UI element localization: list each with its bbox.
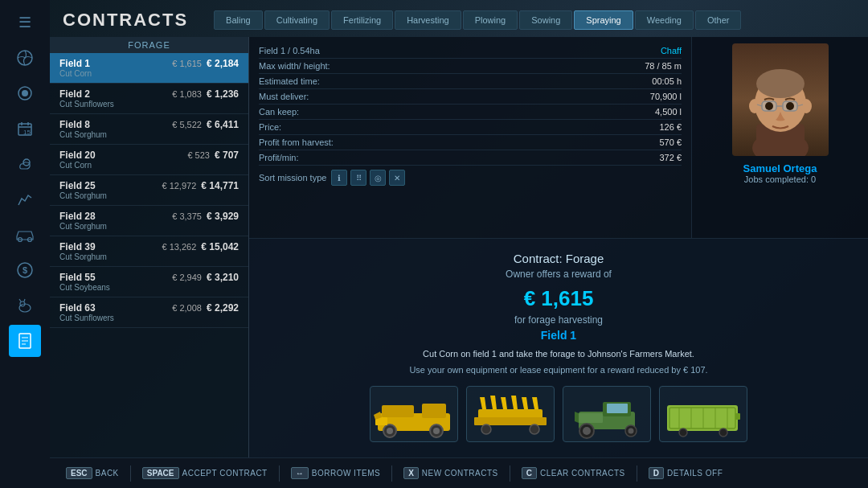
info-row-profit-harvest: Profit from harvest: 570 € bbox=[259, 135, 682, 150]
d-key: D bbox=[649, 467, 664, 479]
equipment-tractor bbox=[563, 386, 651, 442]
tab-plowing[interactable]: Plowing bbox=[463, 10, 518, 30]
sort-icon-filter1[interactable]: ⠿ bbox=[350, 170, 366, 186]
contract-item-field1[interactable]: Field 1 € 1,615 € 2,184 Cut Corn bbox=[50, 53, 248, 84]
sort-icon-filter2[interactable]: ◎ bbox=[370, 170, 386, 186]
back-button[interactable]: ESC BACK bbox=[59, 464, 125, 482]
contract-reward: € 14,771 bbox=[201, 180, 239, 191]
contract-item-field8[interactable]: Field 8 € 5,522 € 6,411 Cut Sorghum bbox=[50, 114, 248, 145]
tab-weeding[interactable]: Weeding bbox=[635, 10, 694, 30]
borrow-key: ↔ bbox=[291, 467, 309, 479]
tab-harvesting[interactable]: Harvesting bbox=[395, 10, 461, 30]
svg-rect-24 bbox=[422, 404, 446, 418]
tab-spraying[interactable]: Spraying bbox=[574, 10, 633, 30]
accept-label: ACCEPT CONTRACT bbox=[182, 469, 268, 478]
sep2 bbox=[279, 465, 280, 482]
profit-harvest-value: 570 € bbox=[659, 137, 682, 147]
borrow-items-button[interactable]: ↔ BORROW ITEMS bbox=[285, 464, 387, 482]
sidebar-icon-farm[interactable] bbox=[9, 77, 41, 109]
accept-contract-button[interactable]: SPACE ACCEPT CONTRACT bbox=[136, 464, 274, 482]
equipment-forage-harvester bbox=[370, 386, 458, 442]
sort-row: Sort mission type ℹ ⠿ ◎ ✕ bbox=[259, 166, 682, 190]
header: CONTRACTS Baling Cultivating Fertilizing… bbox=[50, 0, 868, 37]
details-off-button[interactable]: D DETAILS OFF bbox=[642, 464, 729, 482]
max-width-label: Max width/ height: bbox=[259, 61, 330, 71]
contract-reward: € 3,929 bbox=[207, 211, 239, 222]
contract-reward: € 2,184 bbox=[207, 58, 239, 69]
contracts-list: Field 1 € 1,615 € 2,184 Cut Corn Field 2… bbox=[50, 53, 248, 328]
svg-point-17 bbox=[800, 99, 812, 113]
contract-lease: € 523 bbox=[187, 150, 210, 160]
contract-sub: Cut Sorghum bbox=[59, 252, 239, 261]
contract-item-field55[interactable]: Field 55 € 2,949 € 3,210 Cut Soybeans bbox=[50, 267, 248, 297]
contract-reward: € 6,411 bbox=[207, 119, 239, 130]
contract-reward: € 1,236 bbox=[207, 88, 239, 100]
sort-icon-filter3[interactable]: ✕ bbox=[389, 170, 405, 186]
info-row-width: Max width/ height: 78 / 85 m bbox=[259, 59, 682, 74]
sidebar: ☰ 15 bbox=[0, 0, 50, 488]
esc-key: ESC bbox=[66, 467, 92, 479]
tab-cultivating[interactable]: Cultivating bbox=[264, 10, 330, 30]
sep5 bbox=[637, 465, 637, 482]
sort-icons: ℹ ⠿ ◎ ✕ bbox=[331, 170, 405, 186]
tab-fertilizing[interactable]: Fertilizing bbox=[331, 10, 393, 30]
contract-item-field63[interactable]: Field 63 € 2,008 € 2,292 Cut Sunflowers bbox=[50, 297, 248, 328]
svg-point-51 bbox=[719, 429, 727, 437]
info-row-keep: Can keep: 4,500 l bbox=[259, 105, 682, 120]
x-key: X bbox=[403, 467, 419, 479]
svg-rect-37 bbox=[607, 404, 628, 413]
desc-lease: Use your own equipment or lease equipmen… bbox=[409, 365, 707, 375]
svg-point-2 bbox=[22, 90, 28, 96]
tab-baling[interactable]: Baling bbox=[214, 10, 263, 30]
contract-field-name: Field 20 bbox=[59, 150, 96, 161]
info-row-deliver: Must deliver: 70,900 l bbox=[259, 89, 682, 105]
svg-point-18 bbox=[756, 69, 805, 98]
contract-reward: € 15,042 bbox=[201, 241, 239, 252]
sidebar-icon-menu[interactable]: ☰ bbox=[9, 6, 41, 39]
contract-field-name: Field 63 bbox=[59, 302, 96, 314]
main-content: CONTRACTS Baling Cultivating Fertilizing… bbox=[50, 0, 868, 488]
svg-point-41 bbox=[628, 429, 634, 434]
sidebar-icon-calendar[interactable]: 15 bbox=[9, 113, 41, 145]
tab-sowing[interactable]: Sowing bbox=[519, 10, 572, 30]
tab-other[interactable]: Other bbox=[695, 10, 742, 30]
contract-field-name: Field 55 bbox=[59, 272, 96, 283]
sidebar-icon-contracts[interactable] bbox=[9, 325, 41, 357]
content-area: FORAGE Field 1 € 1,615 € 2,184 Cut Corn … bbox=[50, 37, 868, 457]
clear-contracts-button[interactable]: C CLEAR CONTRACTS bbox=[515, 464, 632, 482]
equipment-row bbox=[370, 386, 747, 442]
npc-avatar bbox=[732, 43, 829, 156]
details-info: Field 1 / 0.54ha Chaff Max width/ height… bbox=[249, 37, 691, 238]
contract-item-field25[interactable]: Field 25 € 12,972 € 14,771 Cut Sorghum bbox=[50, 175, 248, 206]
contract-field-name: Field 1 bbox=[59, 58, 90, 69]
contract-item-field2[interactable]: Field 2 € 1,083 € 1,236 Cut Sunflowers bbox=[50, 84, 248, 114]
sidebar-icon-map[interactable] bbox=[9, 42, 41, 74]
contracts-panel: FORAGE Field 1 € 1,615 € 2,184 Cut Corn … bbox=[50, 37, 249, 457]
contract-reward: € 3,210 bbox=[207, 272, 239, 283]
page-title: CONTRACTS bbox=[63, 10, 188, 31]
must-deliver-label: Must deliver: bbox=[259, 92, 309, 101]
sidebar-icon-money[interactable]: $ bbox=[9, 254, 41, 286]
contract-item-field28[interactable]: Field 28 € 3,375 € 3,929 Cut Sorghum bbox=[50, 206, 248, 236]
details-top: Field 1 / 0.54ha Chaff Max width/ height… bbox=[249, 37, 868, 238]
npc-jobs: Jobs completed: 0 bbox=[744, 174, 816, 184]
new-contracts-label: NEW CONTRACTS bbox=[422, 469, 498, 478]
svg-point-21 bbox=[765, 102, 773, 110]
contract-item-field20[interactable]: Field 20 € 523 € 707 Cut Corn bbox=[50, 145, 248, 175]
equipment-header bbox=[466, 386, 555, 442]
price-value: 126 € bbox=[659, 122, 682, 132]
new-contracts-button[interactable]: X NEW CONTRACTS bbox=[397, 464, 505, 482]
contract-lease: € 2,949 bbox=[172, 273, 202, 282]
desc-field: Field 1 bbox=[541, 329, 576, 342]
sidebar-icon-weather[interactable] bbox=[9, 148, 41, 180]
sidebar-icon-animals[interactable] bbox=[9, 289, 41, 322]
contract-lease: € 2,008 bbox=[172, 303, 202, 313]
npc-panel: Samuel Ortega Jobs completed: 0 bbox=[691, 37, 868, 238]
must-deliver-value: 70,900 l bbox=[650, 92, 682, 101]
contract-item-field39[interactable]: Field 39 € 13,262 € 15,042 Cut Sorghum bbox=[50, 236, 248, 267]
sort-icon-info[interactable]: ℹ bbox=[331, 170, 347, 186]
est-time-label: Estimated time: bbox=[259, 76, 320, 86]
sidebar-icon-stats[interactable] bbox=[9, 183, 41, 215]
sidebar-icon-vehicle[interactable] bbox=[9, 219, 41, 251]
contract-lease: € 5,522 bbox=[172, 120, 202, 129]
